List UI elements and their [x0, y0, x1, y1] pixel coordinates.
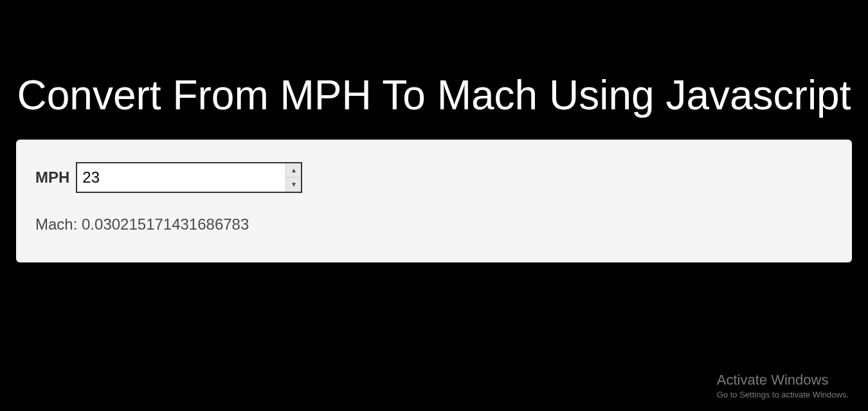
converter-card: MPH ▲ ▼ Mach: 0.030215171431686783 [16, 140, 852, 262]
page-title: Convert From MPH To Mach Using Javascrip… [16, 71, 852, 120]
mach-output: Mach: 0.030215171431686783 [35, 215, 833, 233]
watermark-title: Activate Windows [717, 372, 849, 388]
watermark-subtitle: Go to Settings to activate Windows. [717, 390, 849, 399]
number-spinner: ▲ ▼ [285, 163, 301, 192]
chevron-up-icon: ▲ [291, 167, 297, 174]
input-row: MPH ▲ ▼ [35, 162, 833, 193]
chevron-down-icon: ▼ [291, 181, 297, 188]
mph-input[interactable] [76, 162, 302, 193]
mph-label: MPH [35, 169, 69, 187]
spinner-up-button[interactable]: ▲ [286, 163, 301, 178]
spinner-down-button[interactable]: ▼ [286, 178, 301, 192]
number-input-wrapper: ▲ ▼ [76, 162, 302, 193]
windows-watermark: Activate Windows Go to Settings to activ… [717, 372, 849, 399]
